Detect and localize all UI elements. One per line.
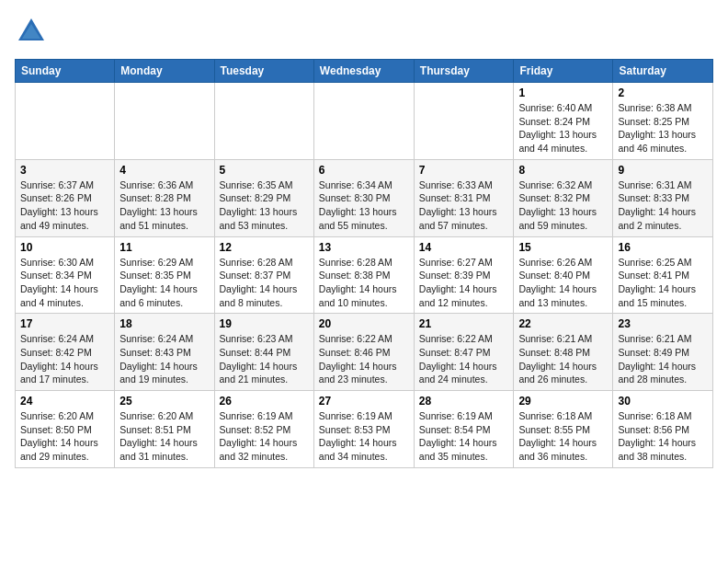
day-info: Sunrise: 6:19 AMSunset: 8:52 PMDaylight:… bbox=[220, 409, 309, 464]
calendar-cell: 10Sunrise: 6:30 AMSunset: 8:34 PMDayligh… bbox=[16, 236, 115, 314]
calendar-cell bbox=[115, 83, 214, 160]
day-info: Sunrise: 6:21 AMSunset: 8:49 PMDaylight:… bbox=[618, 332, 708, 386]
calendar-cell: 30Sunrise: 6:18 AMSunset: 8:56 PMDayligh… bbox=[613, 391, 713, 468]
calendar-cell: 5Sunrise: 6:35 AMSunset: 8:29 PMDaylight… bbox=[214, 159, 313, 236]
day-number: 8 bbox=[518, 164, 608, 177]
day-info: Sunrise: 6:28 AMSunset: 8:37 PMDaylight:… bbox=[220, 256, 309, 310]
calendar-week-row: 24Sunrise: 6:20 AMSunset: 8:50 PMDayligh… bbox=[16, 391, 713, 468]
day-number: 23 bbox=[618, 317, 708, 330]
calendar-week-row: 1Sunrise: 6:40 AMSunset: 8:24 PMDaylight… bbox=[16, 83, 713, 160]
day-number: 27 bbox=[319, 395, 409, 408]
day-number: 3 bbox=[20, 164, 109, 177]
calendar-cell: 23Sunrise: 6:21 AMSunset: 8:49 PMDayligh… bbox=[613, 314, 713, 391]
day-info: Sunrise: 6:29 AMSunset: 8:35 PMDaylight:… bbox=[119, 256, 209, 310]
day-number: 17 bbox=[20, 317, 109, 330]
calendar-cell: 4Sunrise: 6:36 AMSunset: 8:28 PMDaylight… bbox=[115, 159, 214, 236]
calendar-cell: 20Sunrise: 6:22 AMSunset: 8:46 PMDayligh… bbox=[313, 314, 414, 391]
day-number: 29 bbox=[518, 395, 608, 408]
day-info: Sunrise: 6:24 AMSunset: 8:42 PMDaylight:… bbox=[20, 332, 109, 386]
day-number: 28 bbox=[419, 395, 509, 408]
calendar-cell: 26Sunrise: 6:19 AMSunset: 8:52 PMDayligh… bbox=[214, 391, 313, 468]
calendar-cell: 2Sunrise: 6:38 AMSunset: 8:25 PMDaylight… bbox=[613, 83, 713, 160]
calendar-cell: 12Sunrise: 6:28 AMSunset: 8:37 PMDayligh… bbox=[214, 236, 313, 314]
day-number: 16 bbox=[618, 241, 708, 254]
day-number: 11 bbox=[119, 241, 209, 254]
day-number: 7 bbox=[419, 164, 509, 177]
day-info: Sunrise: 6:31 AMSunset: 8:33 PMDaylight:… bbox=[618, 178, 708, 233]
day-header-monday: Monday bbox=[115, 60, 214, 83]
calendar-cell bbox=[313, 83, 414, 160]
day-number: 24 bbox=[20, 395, 109, 408]
day-number: 6 bbox=[319, 164, 409, 177]
day-number: 15 bbox=[518, 241, 608, 254]
day-info: Sunrise: 6:37 AMSunset: 8:26 PMDaylight:… bbox=[20, 178, 109, 233]
day-info: Sunrise: 6:30 AMSunset: 8:34 PMDaylight:… bbox=[20, 256, 109, 310]
calendar-cell: 24Sunrise: 6:20 AMSunset: 8:50 PMDayligh… bbox=[16, 391, 115, 468]
day-number: 21 bbox=[419, 317, 509, 330]
calendar-header-row: SundayMondayTuesdayWednesdayThursdayFrid… bbox=[16, 60, 713, 83]
calendar-cell: 1Sunrise: 6:40 AMSunset: 8:24 PMDaylight… bbox=[514, 83, 613, 160]
calendar-week-row: 3Sunrise: 6:37 AMSunset: 8:26 PMDaylight… bbox=[16, 159, 713, 236]
page-header bbox=[15, 15, 713, 48]
day-info: Sunrise: 6:32 AMSunset: 8:32 PMDaylight:… bbox=[518, 178, 608, 233]
day-info: Sunrise: 6:27 AMSunset: 8:39 PMDaylight:… bbox=[419, 256, 509, 310]
calendar-week-row: 17Sunrise: 6:24 AMSunset: 8:42 PMDayligh… bbox=[16, 314, 713, 391]
calendar-cell bbox=[414, 83, 514, 160]
day-info: Sunrise: 6:25 AMSunset: 8:41 PMDaylight:… bbox=[618, 256, 708, 310]
calendar-cell: 8Sunrise: 6:32 AMSunset: 8:32 PMDaylight… bbox=[514, 159, 613, 236]
day-number: 10 bbox=[20, 241, 109, 254]
day-number: 25 bbox=[119, 395, 209, 408]
logo bbox=[15, 15, 53, 48]
day-number: 13 bbox=[319, 241, 409, 254]
calendar-cell: 21Sunrise: 6:22 AMSunset: 8:47 PMDayligh… bbox=[414, 314, 514, 391]
day-number: 14 bbox=[419, 241, 509, 254]
day-info: Sunrise: 6:22 AMSunset: 8:47 PMDaylight:… bbox=[419, 332, 509, 386]
calendar-cell: 28Sunrise: 6:19 AMSunset: 8:54 PMDayligh… bbox=[414, 391, 514, 468]
day-info: Sunrise: 6:19 AMSunset: 8:54 PMDaylight:… bbox=[419, 409, 509, 464]
day-info: Sunrise: 6:36 AMSunset: 8:28 PMDaylight:… bbox=[119, 178, 209, 233]
calendar-cell: 15Sunrise: 6:26 AMSunset: 8:40 PMDayligh… bbox=[514, 236, 613, 314]
day-number: 1 bbox=[518, 86, 608, 99]
day-header-wednesday: Wednesday bbox=[313, 60, 414, 83]
day-number: 19 bbox=[220, 317, 309, 330]
calendar-cell bbox=[214, 83, 313, 160]
calendar-table: SundayMondayTuesdayWednesdayThursdayFrid… bbox=[15, 59, 713, 468]
day-header-friday: Friday bbox=[514, 60, 613, 83]
day-number: 22 bbox=[518, 317, 608, 330]
day-info: Sunrise: 6:22 AMSunset: 8:46 PMDaylight:… bbox=[319, 332, 409, 386]
day-header-saturday: Saturday bbox=[613, 60, 713, 83]
day-number: 30 bbox=[618, 395, 708, 408]
day-info: Sunrise: 6:23 AMSunset: 8:44 PMDaylight:… bbox=[220, 332, 309, 386]
day-info: Sunrise: 6:20 AMSunset: 8:51 PMDaylight:… bbox=[119, 409, 209, 464]
day-header-thursday: Thursday bbox=[414, 60, 514, 83]
calendar-cell: 18Sunrise: 6:24 AMSunset: 8:43 PMDayligh… bbox=[115, 314, 214, 391]
calendar-cell: 7Sunrise: 6:33 AMSunset: 8:31 PMDaylight… bbox=[414, 159, 514, 236]
day-header-sunday: Sunday bbox=[16, 60, 115, 83]
day-number: 20 bbox=[319, 317, 409, 330]
calendar-cell: 27Sunrise: 6:19 AMSunset: 8:53 PMDayligh… bbox=[313, 391, 414, 468]
calendar-cell: 3Sunrise: 6:37 AMSunset: 8:26 PMDaylight… bbox=[16, 159, 115, 236]
day-number: 4 bbox=[119, 164, 209, 177]
day-number: 2 bbox=[618, 86, 708, 99]
calendar-cell: 17Sunrise: 6:24 AMSunset: 8:42 PMDayligh… bbox=[16, 314, 115, 391]
calendar-cell: 11Sunrise: 6:29 AMSunset: 8:35 PMDayligh… bbox=[115, 236, 214, 314]
day-info: Sunrise: 6:20 AMSunset: 8:50 PMDaylight:… bbox=[20, 409, 109, 464]
day-info: Sunrise: 6:33 AMSunset: 8:31 PMDaylight:… bbox=[419, 178, 509, 233]
calendar-cell: 22Sunrise: 6:21 AMSunset: 8:48 PMDayligh… bbox=[514, 314, 613, 391]
calendar-week-row: 10Sunrise: 6:30 AMSunset: 8:34 PMDayligh… bbox=[16, 236, 713, 314]
calendar-cell bbox=[16, 83, 115, 160]
day-number: 18 bbox=[119, 317, 209, 330]
calendar-cell: 29Sunrise: 6:18 AMSunset: 8:55 PMDayligh… bbox=[514, 391, 613, 468]
calendar-cell: 25Sunrise: 6:20 AMSunset: 8:51 PMDayligh… bbox=[115, 391, 214, 468]
day-info: Sunrise: 6:18 AMSunset: 8:56 PMDaylight:… bbox=[618, 409, 708, 464]
day-info: Sunrise: 6:35 AMSunset: 8:29 PMDaylight:… bbox=[220, 178, 309, 233]
day-info: Sunrise: 6:24 AMSunset: 8:43 PMDaylight:… bbox=[119, 332, 209, 386]
day-info: Sunrise: 6:26 AMSunset: 8:40 PMDaylight:… bbox=[518, 256, 608, 310]
calendar-cell: 13Sunrise: 6:28 AMSunset: 8:38 PMDayligh… bbox=[313, 236, 414, 314]
day-info: Sunrise: 6:40 AMSunset: 8:24 PMDaylight:… bbox=[518, 101, 608, 155]
calendar-cell: 6Sunrise: 6:34 AMSunset: 8:30 PMDaylight… bbox=[313, 159, 414, 236]
day-number: 9 bbox=[618, 164, 708, 177]
day-info: Sunrise: 6:18 AMSunset: 8:55 PMDaylight:… bbox=[518, 409, 608, 464]
day-info: Sunrise: 6:21 AMSunset: 8:48 PMDaylight:… bbox=[518, 332, 608, 386]
calendar-cell: 19Sunrise: 6:23 AMSunset: 8:44 PMDayligh… bbox=[214, 314, 313, 391]
